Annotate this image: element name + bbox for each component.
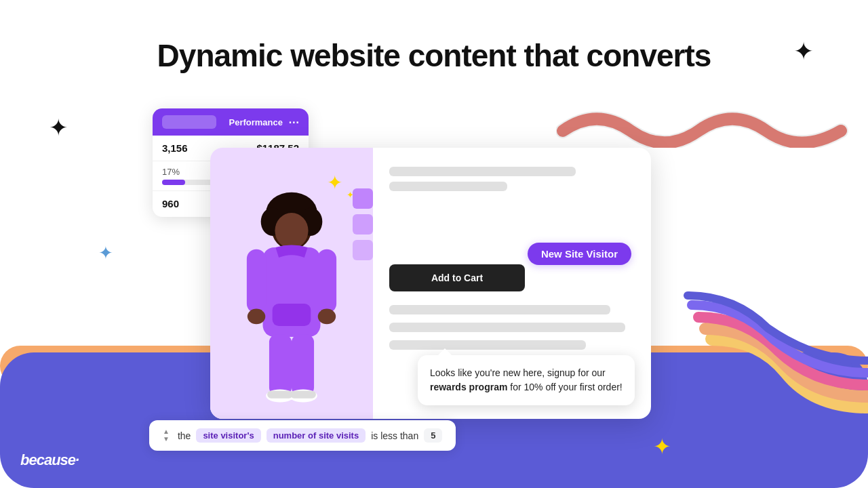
new-site-visitor-badge: New Site Visitor: [528, 243, 631, 265]
perf-val-visits: 3,156: [162, 142, 188, 154]
performance-label: Performance: [229, 117, 283, 127]
svg-rect-11: [269, 334, 292, 395]
condition-arrows[interactable]: ▲ ▼: [163, 428, 170, 443]
skeleton-desc-2: [389, 323, 625, 332]
svg-rect-12: [292, 334, 314, 395]
condition-value[interactable]: 5: [424, 428, 442, 443]
condition-infix: is less than: [371, 430, 418, 441]
arrow-down-icon[interactable]: ▼: [163, 436, 170, 443]
perf-header-bar: [162, 115, 216, 129]
arrow-up-icon[interactable]: ▲: [163, 428, 170, 435]
browser-inner: ✦ ✦: [210, 148, 651, 419]
perf-val-3: 960: [162, 198, 179, 209]
svg-rect-16: [290, 390, 316, 398]
new-visitor-tooltip: Looks like you're new here, signup for o…: [418, 355, 635, 405]
browser-mockup: ✦ ✦: [210, 148, 651, 419]
svg-point-4: [275, 213, 308, 249]
svg-point-9: [248, 309, 265, 325]
sparkle-left-mid-icon: ✦: [98, 243, 113, 264]
add-to-cart-button[interactable]: Add to Cart: [389, 264, 525, 291]
perf-header: Performance ⋯: [153, 108, 309, 136]
svg-point-10: [318, 309, 336, 325]
perf-menu-icon[interactable]: ⋯: [288, 116, 299, 129]
wave-decoration: [556, 100, 854, 150]
svg-rect-7: [247, 249, 266, 313]
product-image: [224, 188, 359, 419]
because-logo-text: because·: [20, 451, 79, 468]
right-curve-stripes: [678, 291, 868, 413]
skeleton-desc-3: [389, 340, 586, 350]
condition-tag-visitor[interactable]: site visitor's: [196, 428, 260, 443]
sparkle-bottom-right-icon: ✦: [653, 434, 671, 460]
skeleton-title-2: [389, 182, 507, 191]
perf-bar-fill: [162, 180, 185, 185]
product-sparkle-sm-icon: ✦: [347, 190, 354, 200]
condition-tag-visits[interactable]: number of site visits: [267, 428, 366, 443]
sparkle-left-top-icon: ✦: [49, 114, 68, 141]
svg-rect-8: [317, 249, 336, 313]
condition-prefix: the: [178, 430, 191, 441]
perf-header-right: Performance ⋯: [229, 116, 299, 129]
condition-bar: ▲ ▼ the site visitor's number of site vi…: [149, 420, 456, 451]
product-panel: ✦ ✦: [210, 148, 373, 419]
svg-rect-15: [267, 390, 293, 398]
skeleton-desc-1: [389, 305, 610, 314]
page-title: Dynamic website content that converts: [0, 37, 868, 74]
product-sparkle-big-icon: ✦: [327, 171, 342, 194]
product-detail: New Site Visitor Looks like you're new h…: [373, 148, 651, 419]
svg-rect-6: [273, 304, 311, 326]
because-logo: because·: [20, 451, 79, 469]
skeleton-title-1: [389, 167, 576, 176]
